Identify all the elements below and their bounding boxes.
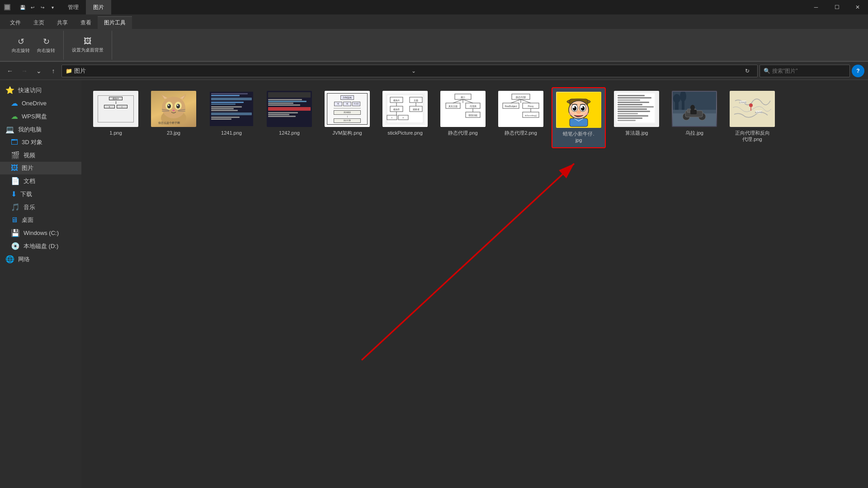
ribbon-content: ↺ 向左旋转 ↻ 向右旋转 🖼 设置为桌面背景: [0, 29, 868, 61]
sidebar-label-documents: 文档: [24, 177, 35, 185]
sidebar: ⭐ 快速访问 ☁ OneDrive ☁ WPS网盘 💻 我的电脑 🗔 3D 对象…: [0, 80, 81, 488]
redo-qa-button[interactable]: ↪: [38, 3, 47, 12]
file-item-1242png[interactable]: 1242.png: [262, 87, 316, 148]
close-button[interactable]: ✕: [847, 0, 868, 14]
thumb-static2-diagram: 静态代理2 RealSubject Proxy doSomething(): [498, 91, 543, 127]
network-icon: 🌐: [5, 255, 14, 263]
svg-rect-84: [618, 106, 654, 108]
sidebar-item-pictures[interactable]: 🖼 图片: [0, 162, 81, 174]
file-item-static2[interactable]: 静态代理2 RealSubject Proxy doSomething(): [494, 87, 548, 148]
file-name-algo: 算法题.jpg: [625, 130, 648, 136]
sidebar-label-3d: 3D 对象: [22, 138, 42, 146]
cloud-icon: ☁: [11, 99, 18, 108]
file-name-shinchan: 蜡笔小新牛仔.jpg: [563, 131, 594, 144]
svg-text:RealSubject: RealSubject: [505, 105, 518, 108]
svg-rect-89: [618, 117, 642, 119]
save-qa-button[interactable]: 💾: [18, 3, 27, 12]
file-name-23jpg: 23.jpg: [167, 130, 180, 136]
minimize-button[interactable]: ─: [806, 0, 826, 14]
music-icon: 🎵: [11, 203, 20, 211]
set-background-button[interactable]: 🖼 设置为桌面背景: [69, 35, 106, 55]
sidebar-item-downloads[interactable]: ⬇ 下载: [0, 188, 81, 201]
svg-rect-88: [618, 115, 648, 117]
sidebar-item-documents[interactable]: 📄 文档: [0, 174, 81, 188]
svg-rect-79: [618, 95, 645, 96]
ribbon-tab-picture[interactable]: 图片: [86, 0, 111, 14]
help-button[interactable]: ?: [852, 65, 864, 77]
svg-rect-103: [690, 110, 697, 114]
file-item-23jpg[interactable]: 你怎么这个样子啊 23.jpg: [146, 87, 201, 148]
recent-locations-button[interactable]: ⌄: [33, 65, 45, 77]
sidebar-item-music[interactable]: 🎵 音乐: [0, 201, 81, 214]
file-thumb-static2: 静态代理2 RealSubject Proxy doSomething(): [498, 91, 543, 127]
tab-file[interactable]: 文件: [4, 16, 27, 29]
rotate-right-button[interactable]: ↻ 向右旋转: [34, 35, 58, 56]
file-item-algo[interactable]: 算法题.jpg: [609, 87, 664, 148]
file-item-1png[interactable]: 模块A B C 1.png: [89, 87, 143, 148]
sidebar-item-windows-c[interactable]: 💾 Windows (C:): [0, 226, 81, 239]
svg-rect-82: [618, 102, 649, 103]
svg-text:静态代理2: 静态代理2: [516, 96, 526, 99]
tab-home[interactable]: 主页: [27, 16, 51, 29]
forward-button[interactable]: →: [18, 65, 31, 77]
ribbon-tabs: 文件 主页 共享 查看 图片工具: [0, 14, 868, 29]
dropdown-button[interactable]: ⌄: [407, 65, 420, 77]
ribbon-group-set: 🖼 设置为桌面背景: [64, 31, 112, 60]
file-item-jvm[interactable]: JVM架构 堆 栈 方法区 类加载器 执行引擎: [320, 87, 374, 148]
content-area: 模块A B C 1.png: [81, 80, 868, 155]
sidebar-item-my-computer[interactable]: 💻 我的电脑: [0, 123, 81, 136]
quick-access-toolbar: 💾 ↩ ↪ ▾: [14, 3, 61, 12]
svg-point-3: [162, 97, 185, 118]
undo-qa-button[interactable]: ↩: [28, 3, 37, 12]
tab-view[interactable]: 查看: [74, 16, 98, 29]
file-name-static2: 静态代理2.png: [505, 130, 537, 136]
thumb-shin-chan-image: [556, 92, 601, 128]
sidebar-item-network[interactable]: 🌐 网络: [0, 253, 81, 266]
svg-rect-104: [731, 92, 774, 126]
sidebar-label-network: 网络: [18, 255, 30, 263]
address-bar[interactable]: 📁 图片 ⌄ ↻: [61, 65, 758, 77]
file-item-static1[interactable]: 接口 真实主题 代理类 增强功能: [436, 87, 490, 148]
search-input[interactable]: [772, 68, 846, 74]
file-name-proxy: 正向代理和反向代理.png: [735, 130, 770, 143]
sidebar-item-desktop[interactable]: 🖥 桌面: [0, 214, 81, 226]
sidebar-item-video[interactable]: 🎬 视频: [0, 149, 81, 162]
rotate-left-button[interactable]: ↺ 向左旋转: [9, 35, 33, 56]
svg-rect-85: [618, 108, 647, 110]
file-name-1241png: 1241.png: [221, 130, 242, 136]
sidebar-item-onedrive[interactable]: ☁ OneDrive: [0, 97, 81, 110]
ribbon-tab-manage[interactable]: 管理: [61, 0, 86, 14]
file-thumb-jvm: JVM架构 堆 栈 方法区 类加载器 执行引擎: [325, 91, 370, 127]
svg-rect-76: [570, 118, 588, 127]
sidebar-item-quick-access[interactable]: ⭐ 快速访问: [0, 84, 81, 97]
file-thumb-1png: 模块A B C: [93, 91, 138, 127]
tab-picture-tools[interactable]: 图片工具: [98, 16, 132, 29]
file-item-shinchan[interactable]: 蜡笔小新牛仔.jpg: [552, 87, 606, 148]
refresh-button[interactable]: ↻: [741, 65, 754, 77]
tab-share[interactable]: 共享: [51, 16, 74, 29]
drive-d-icon: 💿: [11, 242, 20, 250]
maximize-button[interactable]: ☐: [826, 0, 847, 14]
sidebar-item-wps[interactable]: ☁ WPS网盘: [0, 110, 81, 123]
svg-point-72: [581, 106, 583, 108]
file-item-ula[interactable]: 乌拉.jpg: [667, 87, 722, 148]
file-thumb-static1: 接口 真实主题 代理类 增强功能: [440, 91, 486, 127]
file-item-1241png[interactable]: 1241.png: [204, 87, 259, 148]
sidebar-label-wps: WPS网盘: [22, 113, 47, 121]
svg-text:接口: 接口: [461, 96, 465, 99]
sidebar-item-3d[interactable]: 🗔 3D 对象: [0, 136, 81, 149]
app-icon: [0, 0, 14, 14]
svg-point-12: [168, 105, 170, 106]
svg-point-13: [177, 105, 179, 106]
svg-rect-80: [618, 97, 651, 99]
sidebar-item-local-d[interactable]: 💿 本地磁盘 (D:): [0, 239, 81, 253]
file-name-jvm: JVM架构.png: [332, 130, 362, 136]
search-bar[interactable]: 🔍: [760, 65, 850, 77]
file-item-proxy[interactable]: 正向代理 反向代理 正向代理和反向代理.png: [725, 87, 779, 148]
file-item-stick[interactable]: 模块A 模块B C D 主题: [378, 87, 432, 148]
star-icon: ⭐: [5, 86, 14, 94]
back-button[interactable]: ←: [4, 65, 16, 77]
titlebar-left: 💾 ↩ ↪ ▾ 管理 图片: [0, 0, 111, 14]
up-button[interactable]: ↑: [47, 65, 60, 77]
qa-dropdown-button[interactable]: ▾: [48, 3, 57, 12]
